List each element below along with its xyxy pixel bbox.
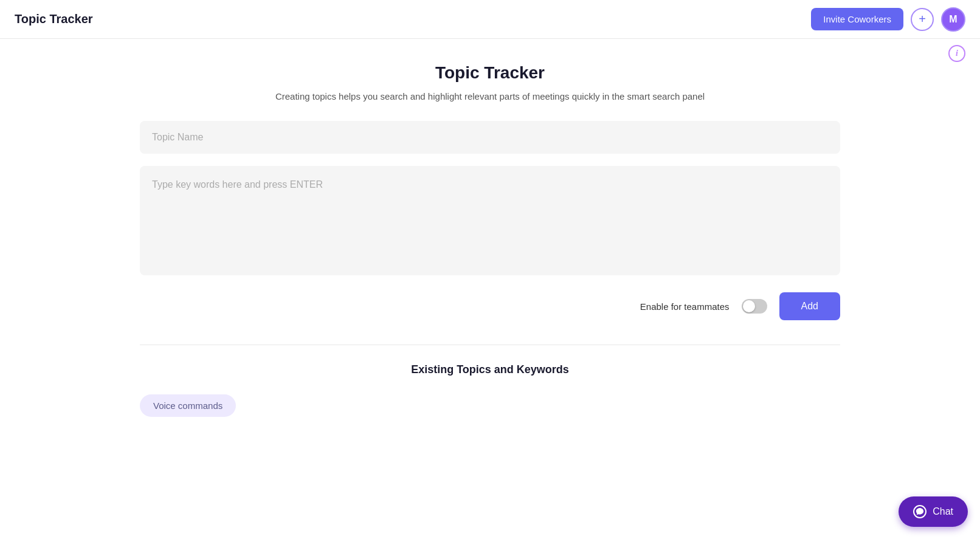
section-divider (140, 345, 840, 345)
existing-topics-title: Existing Topics and Keywords (140, 363, 840, 376)
add-button[interactable]: Add (779, 292, 840, 320)
chat-button[interactable]: Chat (899, 496, 968, 527)
topic-name-input[interactable] (140, 121, 840, 154)
enable-teammates-label: Enable for teammates (640, 301, 730, 312)
header-left: Topic Tracker (15, 12, 93, 26)
toggle-knob (743, 300, 755, 312)
header-right: Invite Coworkers + M (811, 7, 965, 32)
toggle-container (742, 299, 767, 314)
controls-row: Enable for teammates Add (140, 292, 840, 320)
add-plus-button[interactable]: + (911, 8, 934, 31)
page-subtitle: Creating topics helps you search and hig… (140, 91, 840, 101)
chat-button-label: Chat (933, 506, 953, 517)
main-content: Topic Tracker Creating topics helps you … (125, 39, 855, 423)
info-icon-container: i (948, 45, 965, 62)
keywords-textarea[interactable] (140, 166, 840, 275)
avatar[interactable]: M (941, 7, 965, 32)
chat-icon-svg (916, 507, 924, 516)
page-title: Topic Tracker (140, 63, 840, 83)
voice-commands-tag[interactable]: Voice commands (140, 394, 236, 417)
chat-icon (913, 505, 927, 518)
invite-coworkers-button[interactable]: Invite Coworkers (811, 8, 903, 30)
topics-list: Voice commands (140, 388, 840, 423)
app-title: Topic Tracker (15, 12, 93, 26)
enable-teammates-toggle[interactable] (742, 299, 767, 314)
header: Topic Tracker Invite Coworkers + M (0, 0, 980, 39)
info-icon[interactable]: i (948, 45, 965, 62)
